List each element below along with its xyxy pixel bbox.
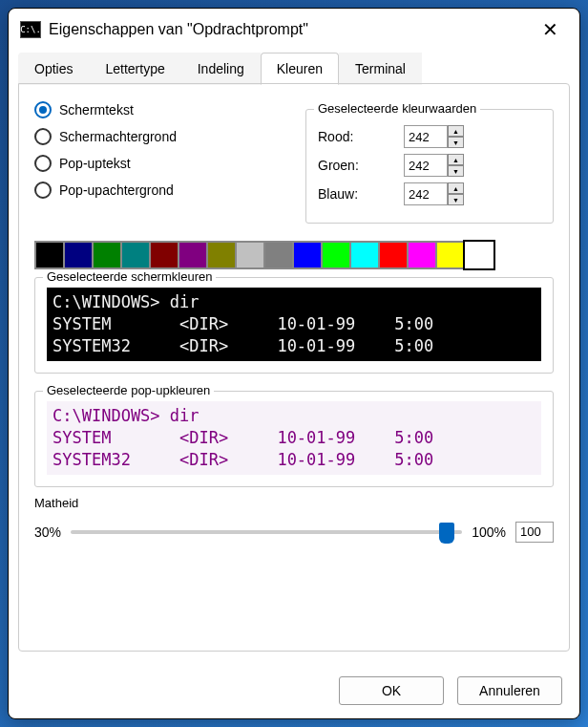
radio-0[interactable]: Schermtekst [34,101,286,118]
opacity-group: Matheid 30% 100% [34,504,554,546]
window-title: Eigenschappen van "Opdrachtprompt" [49,21,533,38]
swatch-13[interactable] [408,242,436,268]
close-icon[interactable]: ✕ [533,14,568,45]
screen-preview: C:\WINDOWS> dir SYSTEM <DIR> 10-01-99 5:… [47,288,541,361]
radio-circle-icon [34,155,52,172]
swatch-14[interactable] [436,242,465,268]
swatch-11[interactable] [350,242,379,268]
popup-preview: C:\WINDOWS> dir SYSTEM <DIR> 10-01-99 5:… [47,401,541,475]
swatch-15[interactable] [463,240,495,270]
rgb-spinner: ▲▼ [404,182,464,205]
rgb-group: Geselecteerde kleurwaarden Rood:▲▼Groen:… [305,109,554,224]
radio-circle-icon [34,128,52,145]
radio-1[interactable]: Schermachtergrond [34,128,286,145]
rgb-input[interactable] [404,154,448,177]
color-target-radios: SchermtekstSchermachtergrondPop-uptekstP… [34,101,286,224]
swatch-6[interactable] [207,242,236,268]
rgb-spinner: ▲▼ [404,154,464,177]
swatch-2[interactable] [93,242,121,268]
dialog-buttons: OK Annuleren [339,676,562,705]
radio-3[interactable]: Pop-upachtergrond [34,182,286,199]
swatch-12[interactable] [379,242,408,268]
ok-button[interactable]: OK [339,676,444,705]
radio-circle-icon [34,182,52,199]
opacity-slider[interactable] [71,530,462,534]
spin-up-icon[interactable]: ▲ [448,182,464,194]
swatch-10[interactable] [322,242,350,268]
opacity-min-label: 30% [34,524,61,540]
rgb-input[interactable] [404,125,448,148]
radio-2[interactable]: Pop-uptekst [34,155,286,172]
swatch-0[interactable] [35,242,64,268]
cmd-icon: C:\. [20,21,41,38]
screen-preview-group: Geselecteerde schermkleuren C:\WINDOWS> … [34,277,554,374]
popup-preview-label: Geselecteerde pop-upkleuren [43,383,214,397]
spin-down-icon[interactable]: ▼ [448,137,464,148]
screen-preview-label: Geselecteerde schermkleuren [43,269,216,284]
spin-down-icon[interactable]: ▼ [448,194,464,205]
colors-panel: SchermtekstSchermachtergrondPop-uptekstP… [18,83,570,652]
tab-kleuren[interactable]: Kleuren [261,53,339,85]
rgb-spinner: ▲▼ [404,125,464,148]
opacity-value-input[interactable] [515,522,554,543]
tab-indeling[interactable]: Indeling [181,53,261,85]
popup-preview-group: Geselecteerde pop-upkleuren C:\WINDOWS> … [34,391,554,487]
opacity-max-label: 100% [472,524,506,540]
rgb-group-label: Geselecteerde kleurwaarden [314,101,480,116]
properties-dialog: C:\. Eigenschappen van "Opdrachtprompt" … [8,8,580,719]
radio-label: Schermtekst [59,102,134,118]
swatch-9[interactable] [293,242,322,268]
tab-terminal[interactable]: Terminal [339,53,422,85]
swatch-8[interactable] [264,242,293,268]
rgb-input[interactable] [404,182,448,205]
swatch-4[interactable] [150,242,178,268]
rgb-row-0: Rood:▲▼ [318,125,541,148]
opacity-thumb[interactable] [439,523,454,544]
radio-label: Pop-upachtergrond [59,182,174,198]
opacity-label: Matheid [34,496,82,510]
spin-up-icon[interactable]: ▲ [448,125,464,137]
rgb-label: Groen: [318,158,404,173]
swatch-7[interactable] [236,242,264,268]
tab-lettertype[interactable]: Lettertype [89,53,180,85]
rgb-label: Rood: [318,129,404,144]
radio-label: Pop-uptekst [59,156,131,171]
rgb-row-1: Groen:▲▼ [318,154,541,177]
rgb-label: Blauw: [318,186,404,202]
titlebar: C:\. Eigenschappen van "Opdrachtprompt" … [9,9,579,51]
tab-strip: OptiesLettertypeIndelingKleurenTerminal [18,53,570,85]
color-palette [34,241,494,269]
cancel-button[interactable]: Annuleren [457,676,562,705]
spin-down-icon[interactable]: ▼ [448,165,464,177]
tab-opties[interactable]: Opties [18,53,89,85]
swatch-3[interactable] [121,242,150,268]
spin-up-icon[interactable]: ▲ [448,154,464,165]
radio-circle-icon [34,101,52,118]
rgb-row-2: Blauw:▲▼ [318,182,541,205]
swatch-5[interactable] [178,242,207,268]
swatch-1[interactable] [64,242,93,268]
radio-label: Schermachtergrond [59,129,177,144]
